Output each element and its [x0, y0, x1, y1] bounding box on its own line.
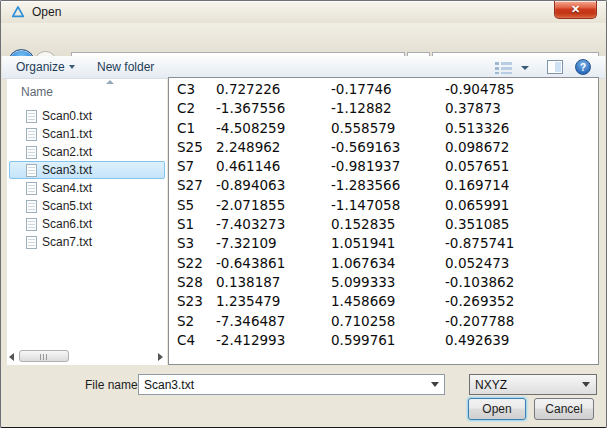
file-list-item[interactable]: Scan6.txt	[9, 215, 165, 233]
text-file-icon	[26, 200, 37, 213]
coordinate-value: 0.492639	[445, 332, 509, 348]
file-item-label: Scan5.txt	[42, 199, 92, 213]
coordinate-value: -0.17746	[331, 81, 392, 97]
coordinate-value: 0.599761	[331, 332, 395, 348]
text-file-icon	[26, 218, 37, 231]
open-button-label: Open	[482, 402, 511, 416]
coordinate-value: -7.403273	[216, 216, 285, 232]
scroll-left-arrow-icon[interactable]	[9, 353, 14, 361]
preview-row: S5-2.071855-1.1470580.065991	[169, 196, 598, 215]
file-list-item[interactable]: Scan1.txt	[9, 125, 165, 143]
file-list: Scan0.txtScan1.txtScan2.txtScan3.txtScan…	[7, 107, 167, 251]
cancel-button-label: Cancel	[545, 402, 582, 416]
file-item-label: Scan3.txt	[42, 163, 92, 177]
file-item-label: Scan2.txt	[42, 145, 92, 159]
views-icon[interactable]	[495, 61, 513, 74]
open-button[interactable]: Open	[468, 398, 526, 420]
preview-row: S280.1381875.099333-0.103862	[169, 273, 598, 292]
point-id: S2	[177, 313, 194, 329]
preview-row: C2-1.367556-1.128820.37873	[169, 99, 598, 118]
coordinate-value: 0.710258	[331, 313, 395, 329]
point-id: C3	[177, 81, 195, 97]
help-icon: ?	[580, 62, 586, 73]
coordinate-value: -0.904785	[445, 81, 514, 97]
file-list-item[interactable]: Scan5.txt	[9, 197, 165, 215]
organize-label: Organize	[16, 60, 65, 74]
coordinate-value: 1.067634	[331, 255, 395, 271]
coordinate-value: -0.269352	[445, 293, 514, 309]
preview-row: S231.2354791.458669-0.269352	[169, 292, 598, 311]
horizontal-scrollbar[interactable]	[7, 349, 167, 363]
file-list-item[interactable]: Scan0.txt	[9, 107, 165, 125]
coordinate-value: 0.152835	[331, 216, 395, 232]
coordinate-value: -0.894063	[216, 177, 285, 193]
views-dropdown-icon[interactable]	[521, 66, 529, 70]
preview-row: S2-7.3464870.710258-0.207788	[169, 312, 598, 331]
coordinate-value: 1.051941	[331, 235, 395, 251]
point-id: S7	[177, 158, 194, 174]
coordinate-value: 0.351085	[445, 216, 509, 232]
command-bar: Organize New folder ?	[2, 56, 605, 79]
text-file-icon	[26, 110, 37, 123]
coordinate-value: -7.346487	[216, 313, 285, 329]
point-id: S5	[177, 197, 194, 213]
coordinate-value: -1.12882	[331, 100, 392, 116]
file-list-item[interactable]: Scan7.txt	[9, 233, 165, 251]
navigation-bar: ← → « Data (E:)▸Point Clouds▸Named Refer…	[1, 23, 606, 56]
preview-row: S70.461146-0.9819370.057651	[169, 157, 598, 176]
close-button[interactable]: ✕	[554, 1, 597, 19]
point-id: S23	[177, 293, 203, 309]
coordinate-value: 0.513326	[445, 120, 509, 136]
text-file-icon	[26, 128, 37, 141]
sort-ascending-icon	[106, 80, 114, 84]
text-file-icon	[26, 182, 37, 195]
new-folder-label: New folder	[97, 60, 154, 74]
file-list-item[interactable]: Scan3.txt	[9, 161, 165, 179]
file-name-dropdown-icon[interactable]	[431, 382, 439, 387]
file-item-label: Scan4.txt	[42, 181, 92, 195]
preview-row: C30.727226-0.17746-0.904785	[169, 80, 598, 99]
coordinate-value: 0.169714	[445, 177, 509, 193]
file-list-item[interactable]: Scan2.txt	[9, 143, 165, 161]
scroll-right-arrow-icon[interactable]	[158, 353, 163, 361]
cancel-button[interactable]: Cancel	[534, 398, 594, 420]
coordinate-value: 0.065991	[445, 197, 509, 213]
title-bar[interactable]: Open ✕	[1, 1, 606, 23]
file-type-dropdown-icon	[582, 382, 590, 387]
preview-row: S27-0.894063-1.2835660.169714	[169, 176, 598, 195]
file-name-combobox[interactable]	[138, 374, 445, 395]
file-type-select[interactable]: NXYZ	[469, 374, 597, 395]
preview-row: S252.248962-0.5691630.098672	[169, 138, 598, 157]
organize-menu-button[interactable]: Organize	[16, 60, 75, 74]
coordinate-value: -0.207788	[445, 313, 514, 329]
preview-pane-toggle-icon[interactable]	[547, 60, 563, 74]
point-id: C1	[177, 120, 195, 136]
coordinate-value: 0.558579	[331, 120, 395, 136]
coordinate-value: 1.235479	[216, 293, 280, 309]
file-list-item[interactable]: Scan4.txt	[9, 179, 165, 197]
text-file-icon	[26, 236, 37, 249]
new-folder-button[interactable]: New folder	[97, 60, 154, 74]
close-icon: ✕	[571, 3, 580, 15]
preview-row: S1-7.4032730.1528350.351085	[169, 215, 598, 234]
point-id: S1	[177, 216, 194, 232]
open-dialog-window: Open ✕ ← → « Data (E:)▸Point Clouds▸Name…	[0, 0, 607, 428]
organize-dropdown-icon	[69, 65, 75, 69]
name-column-header[interactable]: Name	[7, 79, 167, 107]
preview-pane: C30.727226-0.17746-0.904785C2-1.367556-1…	[168, 77, 599, 365]
point-id: S22	[177, 255, 203, 271]
text-file-icon	[26, 146, 37, 159]
point-id: S27	[177, 177, 203, 193]
file-name-label: File name:	[85, 378, 141, 392]
coordinate-value: 0.37873	[445, 100, 501, 116]
file-type-value: NXYZ	[475, 378, 507, 392]
file-name-input[interactable]	[139, 378, 431, 392]
coordinate-value: -1.367556	[216, 100, 285, 116]
preview-row: S3-7.321091.051941-0.875741	[169, 234, 598, 253]
scrollbar-thumb[interactable]	[19, 350, 69, 362]
coordinate-value: 0.057651	[445, 158, 509, 174]
preview-row: C4-2.4129930.5997610.492639	[169, 331, 598, 350]
preview-row: S22-0.6438611.0676340.052473	[169, 254, 598, 273]
point-id: S28	[177, 274, 203, 290]
help-button[interactable]: ?	[575, 59, 591, 75]
